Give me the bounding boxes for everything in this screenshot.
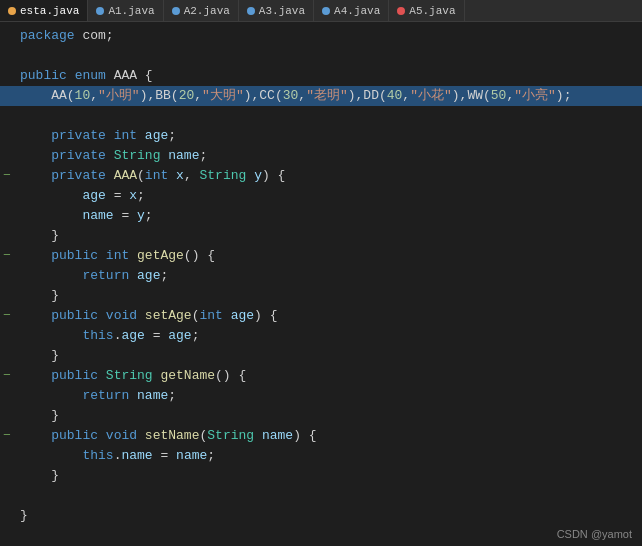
token [106, 168, 114, 183]
token [223, 308, 231, 323]
token: } [20, 468, 59, 483]
token: public [20, 428, 98, 443]
line-content-16: } [14, 346, 642, 366]
token: ; [160, 268, 168, 283]
token: 40 [387, 88, 403, 103]
code-line: return name; [0, 386, 642, 406]
attribution: CSDN @yamot [557, 528, 632, 540]
line-content-3: AA(10,"小明"),BB(20,"大明"),CC(30,"老明"),DD(4… [14, 86, 642, 106]
gutter-17[interactable]: − [0, 366, 14, 386]
token: ),DD( [348, 88, 387, 103]
line-content-5: private int age; [14, 126, 642, 146]
token: package [20, 28, 75, 43]
token: y [254, 168, 262, 183]
token: age [145, 128, 168, 143]
line-content-23 [14, 486, 642, 506]
token [106, 128, 114, 143]
line-content-20: public void setName(String name) { [14, 426, 642, 446]
token: private [20, 128, 106, 143]
token: ; [168, 128, 176, 143]
tab-icon-1 [96, 7, 104, 15]
code-line [0, 486, 642, 506]
tab-icon-2 [172, 7, 180, 15]
token [20, 388, 82, 403]
token: 10 [75, 88, 91, 103]
token: AAA [114, 168, 137, 183]
token: age [231, 308, 254, 323]
line-content-15: this.age = age; [14, 326, 642, 346]
token: ; [199, 148, 207, 163]
token: this [82, 328, 113, 343]
token: age [121, 328, 144, 343]
line-content-14: public void setAge(int age) { [14, 306, 642, 326]
token: = [106, 188, 129, 203]
code-line: − public String getName() { [0, 366, 642, 386]
gutter-14[interactable]: − [0, 306, 14, 326]
token [168, 168, 176, 183]
code-line: − public void setName(String name) { [0, 426, 642, 446]
token: setAge [145, 308, 192, 323]
token: y [137, 208, 145, 223]
token: () { [215, 368, 246, 383]
tab-A1java[interactable]: A1.java [88, 0, 163, 22]
code-line: } [0, 406, 642, 426]
token: AAA { [106, 68, 153, 83]
token: "老明" [306, 88, 348, 103]
gutter-11[interactable]: − [0, 246, 14, 266]
token: , [298, 88, 306, 103]
token: return [82, 388, 129, 403]
token: int [114, 128, 137, 143]
token [20, 188, 82, 203]
tab-label-2: A2.java [184, 5, 230, 17]
token: name [82, 208, 113, 223]
tab-A4java[interactable]: A4.java [314, 0, 389, 22]
line-content-10: } [14, 226, 642, 246]
token: name [168, 148, 199, 163]
code-line: this.name = name; [0, 446, 642, 466]
line-content-19: } [14, 406, 642, 426]
token: ; [207, 448, 215, 463]
gutter-20[interactable]: − [0, 426, 14, 446]
token: 50 [491, 88, 507, 103]
tab-A3java[interactable]: A3.java [239, 0, 314, 22]
token: ; [145, 208, 153, 223]
tab-label-0: esta.java [20, 5, 79, 17]
line-content-4 [14, 106, 642, 126]
tab-label-5: A5.java [409, 5, 455, 17]
token: = [114, 208, 137, 223]
code-line: } [0, 226, 642, 246]
line-content-21: this.name = name; [14, 446, 642, 466]
code-line: } [0, 506, 642, 526]
line-content-24: } [14, 506, 642, 526]
tab-A2java[interactable]: A2.java [164, 0, 239, 22]
token [98, 428, 106, 443]
token: int [199, 308, 222, 323]
line-content-7: private AAA(int x, String y) { [14, 166, 642, 186]
token: getName [160, 368, 215, 383]
token: void [106, 308, 137, 323]
token [106, 148, 114, 163]
token [129, 248, 137, 263]
tab-A5java[interactable]: A5.java [389, 0, 464, 22]
code-line: AA(10,"小明"),BB(20,"大明"),CC(30,"老明"),DD(4… [0, 86, 642, 106]
token: return [82, 268, 129, 283]
token: String [106, 368, 153, 383]
line-content-22: } [14, 466, 642, 486]
token: String [207, 428, 254, 443]
token: this [82, 448, 113, 463]
token: ) { [293, 428, 316, 443]
token: AA( [20, 88, 75, 103]
token: 30 [283, 88, 299, 103]
token: ); [556, 88, 572, 103]
tab-icon-0 [8, 7, 16, 15]
tab-estajava[interactable]: esta.java [0, 0, 88, 22]
token: ; [168, 388, 176, 403]
tab-label-1: A1.java [108, 5, 154, 17]
gutter-7[interactable]: − [0, 166, 14, 186]
token: age [168, 328, 191, 343]
token: ),CC( [244, 88, 283, 103]
token: private [20, 148, 106, 163]
token: } [20, 348, 59, 363]
token: x [176, 168, 184, 183]
line-content-13: } [14, 286, 642, 306]
